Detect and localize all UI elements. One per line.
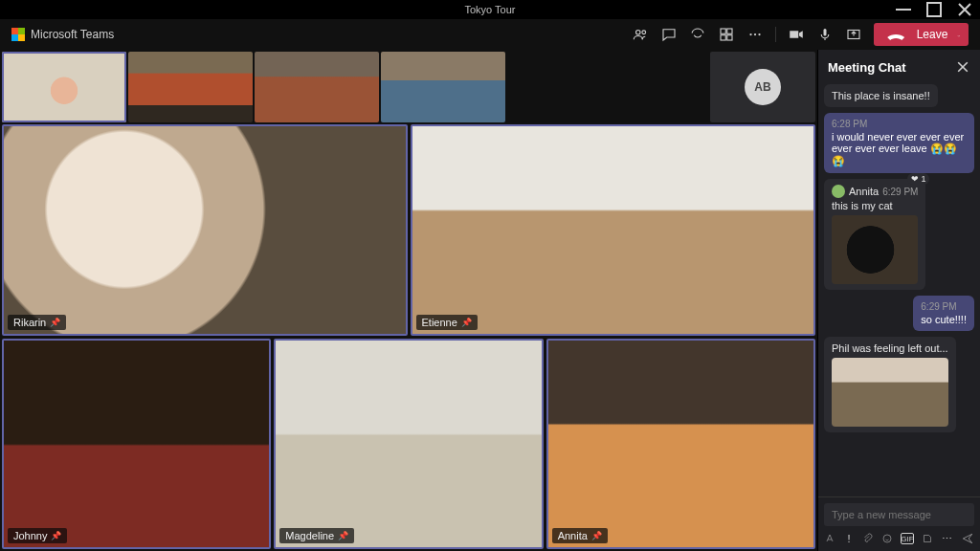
pin-icon: 📌	[51, 531, 61, 540]
reaction-icon[interactable]	[689, 26, 706, 43]
chat-text: so cute!!!!	[921, 314, 967, 325]
composer-input[interactable]	[824, 503, 974, 526]
chat-icon[interactable]	[660, 26, 678, 43]
chat-author: Annita	[849, 186, 879, 197]
video-tile[interactable]: Annita📌	[546, 339, 815, 550]
separator	[775, 27, 776, 42]
people-icon[interactable]	[632, 26, 649, 43]
chat-time: 6:29 PM	[882, 187, 918, 197]
teams-logo-icon	[11, 28, 25, 41]
thumbnail-tile[interactable]	[128, 52, 253, 122]
thumbnail-row: AB	[2, 52, 815, 122]
svg-point-12	[883, 535, 891, 542]
emoji-icon[interactable]	[881, 533, 893, 544]
svg-rect-6	[727, 35, 732, 40]
rooms-icon[interactable]	[718, 26, 735, 43]
thumbnail-tile[interactable]	[2, 52, 126, 122]
sticker-icon[interactable]	[922, 533, 933, 544]
send-icon[interactable]	[961, 532, 974, 545]
chat-image-attachment[interactable]	[832, 358, 948, 427]
participant-name: Rikarin	[13, 317, 46, 328]
thumbnail-tile[interactable]	[255, 52, 379, 122]
more-icon[interactable]: ⋯	[941, 533, 952, 544]
pin-icon: 📌	[338, 531, 348, 540]
chat-time: 6:28 PM	[832, 119, 967, 129]
camera-icon[interactable]	[788, 26, 805, 43]
chat-panel: Meeting Chat This place is insane!! 6:28…	[817, 50, 980, 551]
mic-icon[interactable]	[816, 26, 834, 43]
more-icon[interactable]	[746, 26, 764, 43]
format-icon[interactable]	[824, 533, 835, 544]
svg-rect-0	[927, 3, 941, 16]
video-stage: AB Rikarin📌 Etienne📌 Johnny📌 Magdeline📌 …	[0, 50, 817, 551]
svg-rect-3	[721, 29, 725, 33]
svg-point-1	[636, 31, 641, 35]
svg-point-2	[642, 31, 646, 34]
brand: Microsoft Teams	[11, 28, 114, 41]
window-maximize-button[interactable]	[923, 0, 946, 19]
participant-name: Magdeline	[285, 530, 334, 541]
chat-time: 6:29 PM	[921, 301, 967, 312]
brand-label: Microsoft Teams	[31, 28, 114, 41]
leave-button[interactable]: Leave	[874, 23, 969, 46]
reaction-badge[interactable]: ❤ 1	[907, 173, 930, 185]
svg-rect-10	[824, 29, 827, 36]
thumbnail-avatar-tile[interactable]: AB	[710, 52, 815, 122]
chat-text: this is my cat	[832, 200, 893, 211]
avatar-initials: AB	[745, 69, 781, 105]
chat-image-attachment[interactable]	[832, 215, 918, 284]
chat-body: This place is insane!! 6:28 PM i would n…	[818, 80, 980, 496]
video-tile[interactable]: Etienne📌	[411, 124, 816, 336]
window-title: Tokyo Tour	[465, 4, 516, 15]
pin-icon: 📌	[461, 318, 472, 327]
gif-icon[interactable]: GIF	[901, 533, 914, 544]
participant-name: Etienne	[422, 317, 457, 328]
chat-message: 6:29 PM so cute!!!!	[913, 296, 974, 331]
chat-message: Annita 6:29 PM this is my cat ❤ 1	[824, 179, 925, 290]
svg-rect-5	[721, 35, 725, 40]
svg-rect-4	[727, 29, 732, 33]
participant-name: Annita	[558, 530, 588, 541]
avatar	[832, 185, 845, 198]
chat-message: 6:28 PM i would never ever ever ever eve…	[824, 113, 974, 173]
app-menubar: Microsoft Teams Leave	[0, 19, 980, 50]
leave-label: Leave	[917, 28, 948, 41]
window-titlebar: Tokyo Tour	[0, 0, 980, 19]
chat-text: This place is insane!!	[832, 90, 930, 101]
video-tile[interactable]: Rikarin📌	[2, 124, 408, 336]
chat-text: Phil was feeling left out...	[832, 342, 948, 354]
close-icon[interactable]	[955, 59, 970, 75]
video-tile[interactable]: Magdeline📌	[274, 339, 543, 550]
composer: ! GIF ⋯	[818, 496, 980, 551]
priority-icon[interactable]: !	[843, 533, 855, 544]
chat-title: Meeting Chat	[828, 60, 906, 75]
svg-point-9	[759, 33, 761, 35]
participant-name: Johnny	[13, 530, 47, 541]
hangup-icon	[881, 23, 910, 46]
chat-message: Phil was feeling left out...	[824, 337, 956, 432]
video-tile[interactable]: Johnny📌	[2, 339, 271, 550]
svg-point-7	[750, 33, 752, 35]
window-close-button[interactable]	[953, 0, 976, 19]
thumbnail-tile[interactable]	[381, 52, 505, 122]
attach-icon[interactable]	[862, 533, 874, 544]
pin-icon: 📌	[50, 318, 60, 327]
svg-point-8	[754, 33, 756, 35]
chat-text: i would never ever ever ever ever ever e…	[832, 131, 964, 166]
share-icon[interactable]	[845, 26, 862, 43]
chevron-down-icon	[957, 28, 961, 41]
pin-icon: 📌	[591, 531, 602, 540]
window-minimize-button[interactable]	[892, 0, 915, 19]
chat-message: This place is insane!!	[824, 84, 938, 107]
